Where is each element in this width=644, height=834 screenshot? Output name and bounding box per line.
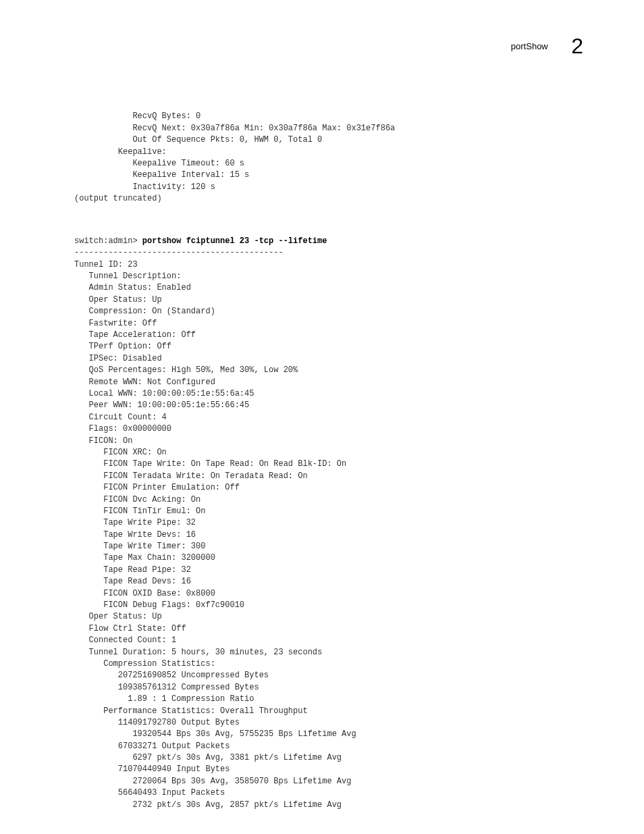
output-line: FICON Teradata Write: On Teradata Read: … <box>74 471 308 481</box>
output-line: 6297 pkt/s 30s Avg, 3381 pkt/s Lifetime … <box>74 753 342 762</box>
output-line: Performance Statistics: Overall Throughp… <box>74 706 308 716</box>
output-line: Flags: 0x00000000 <box>74 424 171 434</box>
output-line: Oper Status: Up <box>74 295 162 305</box>
command-line: switch:admin> portshow fciptunnel 23 -tc… <box>74 236 327 246</box>
output-line: TPerf Option: Off <box>74 342 171 351</box>
output-line: 1.89 : 1 Compression Ratio <box>74 694 254 704</box>
output-line: Keepalive: <box>74 147 167 157</box>
output-line: Flow Ctrl State: Off <box>74 624 186 633</box>
output-line: Connected Count: 1 <box>74 635 176 645</box>
output-line: RecvQ Next: 0x30a7f86a Min: 0x30a7f86a M… <box>74 124 395 133</box>
output-line: FICON Printer Emulation: Off <box>74 483 240 492</box>
output-line: 114091792780 Output Bytes <box>74 718 240 727</box>
output-line: Peer WWN: 10:00:00:05:1e:55:66:45 <box>74 400 249 410</box>
output-line: Compression: On (Standard) <box>74 307 215 316</box>
output-line: ----------------------------------------… <box>74 248 284 257</box>
output-line: 207251690852 Uncompressed Bytes <box>74 671 269 680</box>
output-line: 2720064 Bps 30s Avg, 3585070 Bps Lifetim… <box>74 777 351 786</box>
output-line: FICON Dvc Acking: On <box>74 495 200 504</box>
output-line: Tape Read Pipe: 32 <box>74 565 191 575</box>
output-line: Compression Statistics: <box>74 659 215 669</box>
output-line: Tunnel Duration: 5 hours, 30 minutes, 23… <box>74 648 322 657</box>
page-container: portShow 2 RecvQ Bytes: 0 RecvQ Next: 0x… <box>0 0 644 834</box>
shell-prompt: switch:admin> <box>74 236 142 246</box>
output-line: FICON Debug Flags: 0xf7c90010 <box>74 600 244 610</box>
output-line: IPSec: Disabled <box>74 354 162 363</box>
output-line: QoS Percentages: High 50%, Med 30%, Low … <box>74 365 298 375</box>
output-line: FICON XRC: On <box>74 448 167 457</box>
header-chapter: 2 <box>571 34 583 59</box>
output-line: Remote WWN: Not Configured <box>74 377 215 387</box>
output-line: 56640493 Input Packets <box>74 788 225 798</box>
terminal-block-2: switch:admin> portshow fciptunnel 23 -tc… <box>74 224 590 812</box>
output-line: 67033271 Output Packets <box>74 741 230 751</box>
output-line: FICON: On <box>74 436 132 446</box>
output-line: 71070440940 Input Bytes <box>74 764 230 774</box>
output-line: FICON TinTir Emul: On <box>74 506 205 516</box>
page-header: portShow 2 <box>54 34 590 59</box>
output-line: FICON OXID Base: 0x8000 <box>74 589 215 598</box>
output-line: Oper Status: Up <box>74 612 162 621</box>
output-line: Tunnel Description: <box>74 271 181 281</box>
output-line: Tape Acceleration: Off <box>74 330 196 340</box>
output-line: Tape Write Devs: 16 <box>74 530 196 540</box>
output-line: Out Of Sequence Pkts: 0, HWM 0, Total 0 <box>74 135 322 145</box>
output-line: Inactivity: 120 s <box>74 182 215 192</box>
output-line: 2732 pkt/s 30s Avg, 2857 pkt/s Lifetime … <box>74 800 342 810</box>
output-line: (output truncated) <box>74 194 162 203</box>
output-line: Tape Write Pipe: 32 <box>74 518 196 527</box>
output-line: Tape Read Devs: 16 <box>74 577 191 586</box>
output-line: Keepalive Interval: 15 s <box>74 170 249 180</box>
output-line: Local WWN: 10:00:00:05:1e:55:6a:45 <box>74 389 254 398</box>
output-line: Circuit Count: 4 <box>74 413 167 422</box>
output-line: RecvQ Bytes: 0 <box>74 111 200 121</box>
output-line: Admin Status: Enabled <box>74 283 191 292</box>
output-line: Fastwrite: Off <box>74 319 157 328</box>
header-title: portShow <box>511 41 548 51</box>
output-line: 19320544 Bps 30s Avg, 5755235 Bps Lifeti… <box>74 729 356 739</box>
output-line: FICON Tape Write: On Tape Read: On Read … <box>74 459 346 469</box>
output-line: 109385761312 Compressed Bytes <box>74 683 259 692</box>
output-line: Tunnel ID: 23 <box>74 260 138 269</box>
output-line: Tape Write Timer: 300 <box>74 542 205 551</box>
output-line: Tape Max Chain: 3200000 <box>74 553 215 563</box>
shell-command: portshow fciptunnel 23 -tcp --lifetime <box>142 236 327 246</box>
output-line: Keepalive Timeout: 60 s <box>74 159 244 168</box>
terminal-block-1: RecvQ Bytes: 0 RecvQ Next: 0x30a7f86a Mi… <box>74 99 590 205</box>
